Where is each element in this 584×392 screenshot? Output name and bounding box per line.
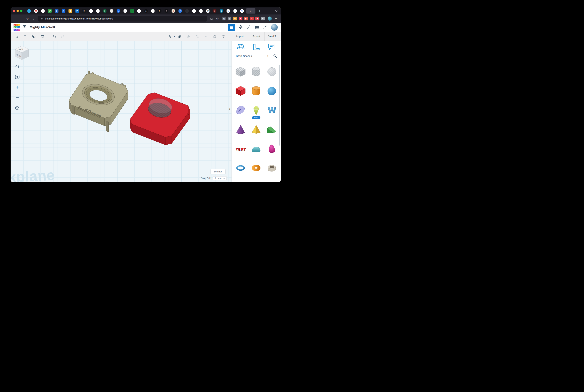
dark-red-pinned-tab[interactable]: ◉ (213, 9, 216, 13)
github-5-pinned-tab[interactable]: ● (137, 9, 141, 13)
github-9-pinned-tab[interactable]: ● (233, 9, 237, 13)
site-permissions-icon[interactable] (40, 17, 43, 20)
sheets-pinned-tab[interactable]: + (130, 9, 134, 13)
3d-viewport[interactable]: rkplane (10, 41, 232, 182)
gmail-pinned-tab[interactable]: M (34, 9, 38, 13)
tab-sidebar-ext-icon[interactable]: ▣ (222, 17, 226, 20)
view-home-button[interactable] (14, 63, 20, 70)
window-zoom-button[interactable] (20, 10, 22, 12)
browser-profile-avatar[interactable] (268, 16, 272, 20)
shape-text-icon[interactable]: TEXTTEXT (233, 139, 248, 158)
badge-1-pinned-tab[interactable]: 1 (144, 9, 148, 13)
new-tab-button[interactable]: + (257, 9, 262, 13)
shape-pyramid-icon[interactable] (248, 120, 264, 139)
grid-app-pinned-tab[interactable]: ▦ (220, 9, 223, 13)
hide-button[interactable] (220, 33, 227, 40)
snap-grid-select[interactable]: 0.1 mm (213, 176, 227, 180)
github-8-pinned-tab[interactable]: ● (199, 9, 203, 13)
copy-button[interactable] (13, 33, 20, 40)
github-6-pinned-tab[interactable]: ● (151, 9, 155, 13)
blue-dots-pinned-tab[interactable]: * (178, 9, 182, 13)
collapse-panel-chevron[interactable]: › (229, 106, 231, 111)
github-2-pinned-tab[interactable]: ● (89, 9, 93, 13)
tinkercad-logo[interactable]: TINKERCAD (14, 24, 20, 30)
wikipedia-pinned-tab[interactable]: W (206, 9, 210, 13)
search-shapes-button[interactable] (272, 53, 278, 60)
github-4-pinned-tab[interactable]: ● (124, 9, 127, 13)
paste-button[interactable] (22, 33, 28, 40)
reload-button[interactable]: ↻ (25, 16, 30, 21)
send-to-button[interactable]: Send To (264, 32, 281, 41)
pickaxe-icon[interactable] (246, 25, 251, 30)
pocket-ext-icon[interactable]: ▼ (239, 17, 242, 20)
adblock-ext-icon[interactable]: * (250, 17, 254, 20)
shape-cone-icon[interactable] (233, 120, 248, 139)
dark-green-pinned-tab[interactable]: ◉ (103, 9, 106, 13)
shape-torus-icon[interactable] (248, 158, 264, 178)
forward-button[interactable]: → (19, 16, 24, 21)
megaphone-ext-icon[interactable]: ◀ (256, 17, 259, 20)
shape-hole-box-icon[interactable] (233, 62, 248, 81)
zoom-out-button[interactable]: − (14, 94, 20, 101)
yellow-app-pinned-tab[interactable]: ▮ (68, 9, 72, 13)
pause-1-pinned-tab[interactable]: II (158, 9, 162, 13)
view-cube[interactable]: TOP FRONT (14, 44, 30, 61)
red-part[interactable] (130, 92, 190, 145)
menu-button[interactable]: ≡ (273, 17, 278, 20)
perspective-toggle-button[interactable] (14, 105, 20, 111)
ruler-helper-icon[interactable] (252, 43, 260, 50)
blue-c-pinned-tab[interactable]: C (116, 9, 120, 13)
group-button[interactable] (177, 33, 183, 40)
delete-button[interactable] (39, 33, 46, 40)
zoom-in-button[interactable]: + (14, 84, 20, 90)
ungroup-button[interactable] (186, 33, 192, 40)
undo-button[interactable] (51, 33, 57, 40)
notes-helper-icon[interactable] (268, 43, 276, 50)
shape-sphere-icon[interactable] (264, 81, 280, 100)
active-tab[interactable]: × (246, 8, 256, 14)
toolbox-icon[interactable] (255, 25, 260, 30)
shape-roof-icon[interactable] (264, 120, 280, 139)
dark-disc-pinned-tab[interactable]: ● (185, 9, 189, 13)
url-bar[interactable]: tinkercad.com/things/j9oYjW6ftqo/edit?re… (38, 16, 207, 22)
video-ext-icon[interactable]: ▶ (244, 17, 248, 20)
settings-button[interactable]: Settings (210, 169, 226, 174)
design-title[interactable]: Mighty Allis-Wolt (30, 26, 55, 29)
shape-cylinder-icon[interactable] (248, 81, 264, 100)
home-button[interactable]: ⌂ (31, 16, 36, 21)
back-button[interactable]: ← (13, 16, 18, 21)
account-avatar[interactable] (271, 24, 278, 30)
github-7-pinned-tab[interactable]: ● (192, 9, 196, 13)
window-minimize-button[interactable] (16, 10, 19, 12)
blue-app-pinned-tab[interactable]: ◆ (55, 9, 58, 13)
orange-ext-icon[interactable]: ◆ (233, 17, 237, 20)
shape-half-sphere-icon[interactable] (248, 139, 264, 158)
shape-letter-icon[interactable]: W (264, 100, 280, 120)
show-all-button[interactable] (167, 33, 174, 40)
google-2-pinned-tab[interactable]: G (240, 9, 244, 13)
workplane-helper-icon[interactable] (236, 43, 245, 50)
gingerbread-icon[interactable] (238, 25, 243, 30)
lock-button[interactable] (212, 33, 218, 40)
invite-person-icon[interactable] (263, 25, 268, 30)
blue-26-pinned-tab[interactable]: 26 (62, 9, 65, 13)
redo-button[interactable] (60, 33, 66, 40)
shape-ring-icon[interactable] (233, 158, 248, 178)
green-17-pinned-tab[interactable]: 17 (48, 9, 52, 13)
cream-red-pinned-tab[interactable]: ◉ (172, 9, 175, 13)
screen-share-icon[interactable] (209, 16, 214, 21)
dark-b-pinned-tab[interactable]: b (82, 9, 86, 13)
screenshot-ext-icon[interactable]: ◎ (228, 17, 231, 20)
puzzle-ext-icon[interactable]: ■ (261, 17, 265, 20)
github-1-pinned-tab[interactable]: ● (41, 9, 45, 13)
shape-top-icon[interactable]: New! (248, 100, 264, 120)
pause-2-pinned-tab[interactable]: II (165, 9, 168, 13)
shape-box-icon[interactable] (233, 81, 248, 100)
url-text[interactable]: tinkercad.com/things/j9oYjW6ftqo/edit?re… (45, 17, 113, 20)
shape-category-select[interactable]: Basic Shapes ▴▾ (234, 53, 270, 60)
duplicate-button[interactable] (31, 33, 37, 40)
mirror-button[interactable] (203, 33, 209, 40)
panel-scrollbar[interactable] (279, 64, 280, 146)
import-button[interactable]: Import (232, 32, 248, 41)
shape-hole-cylinder-icon[interactable] (248, 62, 264, 81)
